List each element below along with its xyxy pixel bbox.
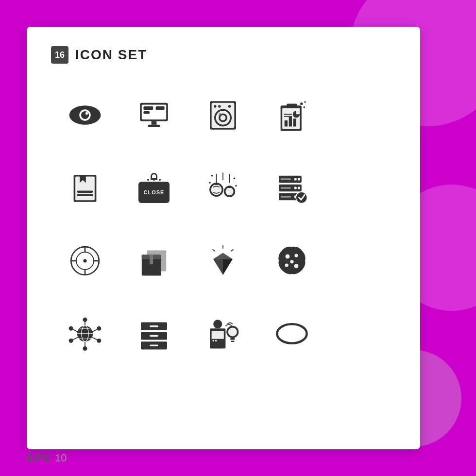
christmas-balls-icon-cell: [189, 154, 257, 222]
footer-eps-number: 10: [55, 452, 67, 464]
empty-cell-2: [327, 154, 395, 222]
svg-point-91: [83, 318, 87, 322]
box-package-icon: [136, 243, 171, 278]
svg-rect-8: [156, 106, 165, 110]
svg-point-65: [296, 192, 307, 203]
svg-rect-28: [289, 117, 292, 127]
eye-icon: [68, 98, 102, 133]
server-check-icon-cell: [258, 154, 326, 222]
svg-point-89: [294, 264, 299, 268]
svg-rect-63: [281, 196, 291, 198]
svg-rect-10: [148, 125, 160, 127]
svg-rect-27: [285, 120, 288, 127]
close-sign-dots: [147, 179, 161, 181]
drawer-icon-cell: [120, 300, 188, 368]
svg-point-23: [304, 101, 306, 103]
svg-point-44: [209, 182, 211, 184]
svg-rect-26: [287, 104, 297, 108]
svg-rect-51: [228, 186, 231, 188]
svg-point-14: [218, 105, 221, 107]
book-archive-icon: [68, 170, 102, 205]
svg-point-2: [81, 111, 89, 119]
svg-point-58: [294, 187, 297, 189]
svg-rect-110: [150, 335, 158, 337]
svg-point-43: [234, 177, 236, 179]
svg-rect-111: [150, 345, 158, 347]
svg-rect-29: [293, 119, 296, 126]
cookie-icon-cell: [258, 227, 326, 295]
svg-point-22: [303, 106, 305, 108]
svg-point-90: [290, 260, 293, 263]
svg-point-19: [221, 115, 226, 120]
idea-person-icon-cell: [189, 300, 257, 368]
svg-rect-120: [231, 340, 234, 342]
header-title: ICON SET: [75, 47, 147, 63]
svg-rect-50: [215, 183, 218, 185]
svg-point-118: [228, 327, 237, 336]
icons-grid: CLOSE: [51, 81, 396, 368]
close-sign-icon: CLOSE: [138, 173, 170, 203]
svg-rect-6: [143, 106, 153, 110]
globe-network-icon-cell: [51, 300, 119, 368]
svg-point-42: [211, 175, 213, 177]
svg-rect-62: [281, 187, 291, 189]
svg-line-79: [212, 250, 215, 252]
cookie-icon: [274, 243, 309, 278]
svg-rect-37: [77, 190, 93, 193]
svg-rect-76: [150, 255, 153, 264]
svg-point-87: [294, 254, 298, 257]
svg-point-95: [69, 339, 73, 343]
book-archive-icon-cell: [51, 154, 119, 222]
washing-machine-icon-cell: [189, 81, 257, 149]
svg-point-96: [69, 326, 73, 331]
server-check-icon: [274, 170, 309, 205]
close-sign-board: CLOSE: [138, 182, 170, 203]
diamond-icon: [205, 243, 240, 278]
clipboard-chart-icon-cell: [258, 81, 326, 149]
empty-cell-4: [327, 300, 395, 368]
svg-point-113: [213, 320, 222, 328]
svg-line-102: [73, 329, 78, 332]
svg-marker-82: [223, 259, 233, 274]
svg-rect-114: [212, 331, 224, 339]
svg-point-121: [277, 324, 306, 343]
christmas-balls-icon: [205, 170, 240, 205]
empty-cell-1: [327, 81, 395, 149]
svg-point-92: [97, 326, 101, 331]
svg-point-86: [286, 255, 290, 259]
footer-eps-label: EPS: [27, 452, 51, 464]
svg-point-93: [97, 339, 101, 343]
idea-person-icon: [205, 316, 240, 351]
clipboard-chart-icon: [274, 98, 309, 133]
target-icon-cell: [51, 227, 119, 295]
monitor-icon-cell: [120, 81, 188, 149]
target-icon: [68, 243, 102, 278]
oval-track-icon-cell: [258, 300, 326, 368]
svg-point-45: [235, 185, 237, 187]
footer: EPS 10: [27, 452, 67, 464]
svg-line-98: [92, 329, 97, 332]
close-sign-icon-cell: CLOSE: [120, 154, 188, 222]
close-sign-text: CLOSE: [144, 189, 165, 195]
empty-cell-3: [327, 227, 395, 295]
svg-point-55: [298, 178, 300, 180]
svg-point-116: [215, 340, 217, 342]
diamond-icon-cell: [189, 227, 257, 295]
oval-track-icon: [274, 316, 309, 351]
header: 16 ICON SET: [51, 46, 396, 64]
globe-network-icon: [68, 316, 102, 351]
svg-rect-61: [281, 178, 291, 180]
svg-line-99: [92, 337, 97, 340]
svg-point-20: [219, 113, 221, 116]
svg-rect-7: [143, 111, 150, 114]
svg-rect-109: [150, 325, 158, 327]
svg-point-49: [225, 187, 233, 195]
svg-point-57: [298, 187, 300, 189]
svg-point-94: [83, 346, 87, 351]
svg-point-72: [83, 259, 86, 262]
svg-rect-38: [77, 194, 93, 197]
svg-rect-9: [152, 121, 157, 125]
svg-point-15: [228, 105, 231, 107]
svg-point-21: [300, 102, 303, 105]
washing-machine-icon: [205, 98, 240, 133]
